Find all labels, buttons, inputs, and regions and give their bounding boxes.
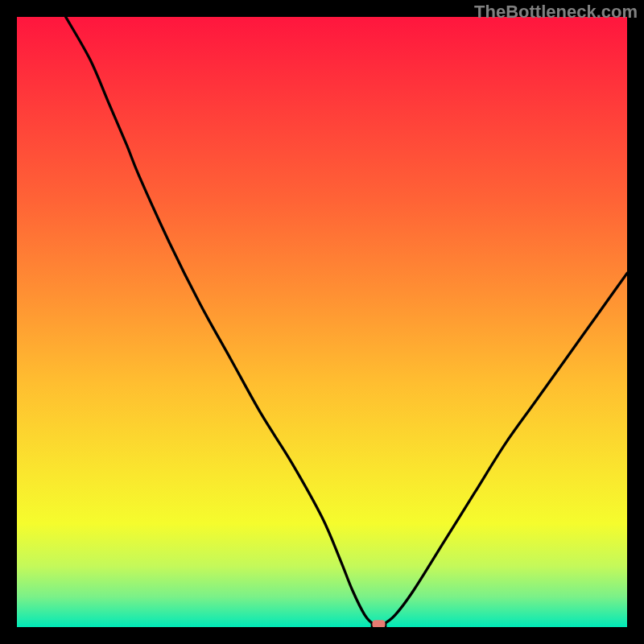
chart-svg (17, 17, 627, 627)
watermark-label: TheBottleneck.com (474, 2, 638, 23)
chart-background (17, 17, 627, 627)
marker-dot (372, 620, 385, 627)
chart-plot-area (17, 17, 627, 627)
chart-frame: TheBottleneck.com (0, 0, 644, 644)
